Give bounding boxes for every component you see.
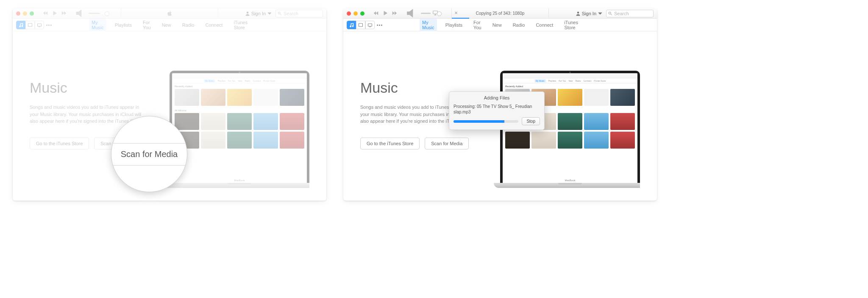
close-window-button[interactable] bbox=[16, 11, 20, 16]
search-icon bbox=[278, 11, 282, 16]
navbar: ••• My Music Playlists For You New Radio… bbox=[13, 19, 326, 31]
media-type-tabs bbox=[16, 21, 44, 29]
minimize-window-button[interactable] bbox=[353, 11, 358, 16]
scan-for-media-button[interactable]: Scan for Media bbox=[425, 138, 469, 149]
traffic-lights bbox=[16, 11, 34, 16]
svg-rect-10 bbox=[359, 23, 363, 27]
nav-connect[interactable]: Connect bbox=[203, 21, 225, 29]
page-title: Music bbox=[30, 80, 148, 96]
search-placeholder: Search bbox=[284, 11, 298, 16]
minimize-window-button[interactable] bbox=[23, 11, 27, 16]
search-placeholder: Search bbox=[614, 11, 629, 16]
nav-store[interactable]: iTunes Store bbox=[231, 19, 250, 31]
more-media-button[interactable]: ••• bbox=[45, 22, 53, 28]
nav-playlists[interactable]: Playlists bbox=[443, 21, 465, 29]
right-window: ✕ Copying 25 of 343: 1080p Sign In Searc… bbox=[343, 8, 657, 201]
center-nav: My Music Playlists For You New Radio Con… bbox=[89, 19, 250, 31]
dialog-progress bbox=[453, 120, 518, 123]
playback-controls bbox=[373, 10, 398, 17]
lcd-center bbox=[121, 8, 218, 19]
magnifier-callout: Scan for Media bbox=[111, 116, 187, 192]
tv-tab[interactable] bbox=[365, 21, 375, 29]
movies-tab[interactable] bbox=[356, 21, 365, 29]
traffic-lights bbox=[347, 11, 364, 16]
svg-point-8 bbox=[609, 12, 611, 14]
fullscreen-window-button[interactable] bbox=[30, 11, 34, 16]
volume-control[interactable] bbox=[75, 8, 100, 19]
dialog-title: Adding Files bbox=[453, 95, 540, 100]
volume-slider[interactable] bbox=[421, 13, 431, 14]
chevron-down-icon bbox=[267, 11, 272, 16]
search-icon bbox=[608, 11, 612, 16]
fullscreen-window-button[interactable] bbox=[360, 11, 364, 16]
nav-for-you[interactable]: For You bbox=[140, 19, 153, 31]
playback-controls bbox=[42, 10, 67, 17]
svg-rect-3 bbox=[28, 23, 32, 27]
nav-my-music[interactable]: My Music bbox=[420, 19, 437, 31]
prev-track-icon[interactable] bbox=[42, 10, 48, 17]
svg-line-2 bbox=[280, 14, 281, 15]
search-input[interactable]: Search bbox=[275, 10, 323, 17]
media-type-tabs bbox=[347, 21, 375, 29]
nav-store[interactable]: iTunes Store bbox=[562, 19, 581, 31]
stop-button[interactable]: Stop bbox=[522, 117, 540, 125]
search-input[interactable]: Search bbox=[606, 10, 654, 17]
svg-rect-4 bbox=[38, 24, 42, 26]
sign-in-button[interactable]: Sign In bbox=[576, 11, 603, 16]
tv-tab[interactable] bbox=[35, 21, 44, 29]
volume-icon bbox=[75, 8, 87, 19]
center-nav: My Music Playlists For You New Radio Con… bbox=[420, 19, 581, 31]
user-icon bbox=[576, 11, 581, 16]
volume-slider[interactable] bbox=[89, 13, 100, 14]
svg-line-9 bbox=[611, 14, 612, 15]
close-window-button[interactable] bbox=[347, 11, 351, 16]
svg-rect-11 bbox=[368, 24, 372, 26]
nav-for-you[interactable]: For You bbox=[471, 19, 484, 31]
svg-point-7 bbox=[577, 11, 579, 14]
sign-in-label: Sign In bbox=[582, 11, 596, 16]
go-to-store-button[interactable]: Go to the iTunes Store bbox=[30, 138, 89, 149]
chevron-down-icon bbox=[598, 11, 603, 16]
movies-tab[interactable] bbox=[25, 21, 35, 29]
titlebar: ✕ Copying 25 of 343: 1080p Sign In Searc… bbox=[343, 8, 657, 19]
left-window: Sign In Search ••• My Music Playlists Fo… bbox=[13, 8, 326, 201]
play-icon[interactable] bbox=[382, 10, 388, 17]
nav-new[interactable]: New bbox=[490, 21, 504, 29]
adding-files-dialog: Adding Files Processing: 05 The TV Show … bbox=[449, 91, 545, 130]
magnifier-label: Scan for Media bbox=[113, 143, 186, 166]
nav-radio[interactable]: Radio bbox=[510, 21, 528, 29]
cancel-copy-icon[interactable]: ✕ bbox=[454, 11, 460, 16]
apple-logo-icon bbox=[167, 11, 172, 16]
copy-status-label: Copying 25 of 343: 1080p bbox=[476, 11, 525, 16]
dialog-text: Processing: 05 The TV Show 5_ Freudian s… bbox=[453, 104, 540, 115]
next-track-icon[interactable] bbox=[61, 10, 67, 17]
nav-connect[interactable]: Connect bbox=[533, 21, 556, 29]
nav-new[interactable]: New bbox=[159, 21, 174, 29]
svg-point-0 bbox=[247, 11, 249, 14]
user-icon bbox=[245, 11, 250, 16]
sign-in-button[interactable]: Sign In bbox=[245, 11, 272, 16]
prev-track-icon[interactable] bbox=[373, 10, 379, 17]
sign-in-label: Sign In bbox=[251, 11, 266, 16]
nav-radio[interactable]: Radio bbox=[180, 21, 197, 29]
navbar: ••• My Music Playlists For You New Radio… bbox=[343, 19, 657, 31]
lcd-center: ✕ Copying 25 of 343: 1080p bbox=[451, 8, 549, 19]
titlebar: Sign In Search bbox=[13, 8, 326, 19]
nav-playlists[interactable]: Playlists bbox=[112, 21, 134, 29]
music-tab[interactable] bbox=[347, 21, 356, 29]
nav-my-music[interactable]: My Music bbox=[89, 19, 106, 31]
more-media-button[interactable]: ••• bbox=[376, 22, 384, 28]
go-to-store-button[interactable]: Go to the iTunes Store bbox=[360, 138, 420, 149]
music-tab[interactable] bbox=[16, 21, 25, 29]
play-icon[interactable] bbox=[52, 10, 58, 17]
next-track-icon[interactable] bbox=[392, 10, 398, 17]
svg-point-1 bbox=[278, 12, 280, 14]
